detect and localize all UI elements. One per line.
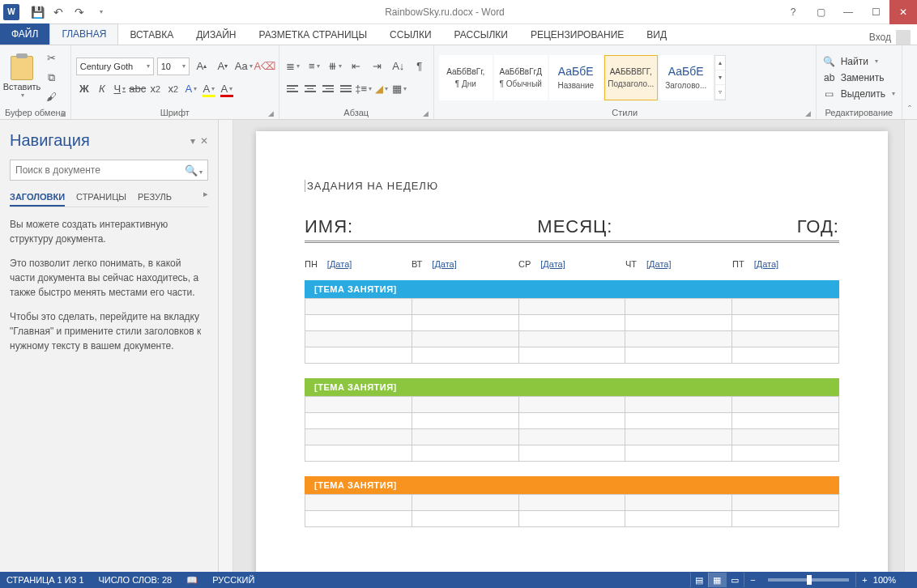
select-button[interactable]: ▭Выделить▾ bbox=[821, 87, 897, 100]
strike-button[interactable]: abc bbox=[130, 80, 146, 98]
grow-font-icon[interactable]: A▴ bbox=[193, 58, 211, 75]
increase-indent-icon[interactable]: ⇥ bbox=[369, 58, 386, 75]
numbering-icon[interactable]: ≡▾ bbox=[305, 58, 323, 75]
change-case-icon[interactable]: Aa▾ bbox=[235, 58, 253, 75]
style-item-3[interactable]: ААББВВГГ,Подзаголо... bbox=[604, 55, 658, 100]
tab-references[interactable]: ССЫЛКИ bbox=[378, 25, 442, 45]
launcher-icon[interactable]: ◢ bbox=[423, 109, 429, 117]
sb-language[interactable]: РУССКИЙ bbox=[212, 575, 254, 585]
underline-button[interactable]: Ч▾ bbox=[112, 80, 128, 98]
tab-layout[interactable]: РАЗМЕТКА СТРАНИЦЫ bbox=[248, 25, 379, 45]
find-button[interactable]: 🔍Найти▾ bbox=[821, 55, 897, 68]
nav-tab-results[interactable]: РЕЗУЛЬ bbox=[138, 189, 172, 207]
page[interactable]: ЗАДАНИЯ НА НЕДЕЛЮ ИМЯ: МЕСЯЦ: ГОД: ПН[Да… bbox=[256, 131, 888, 572]
style-item-0[interactable]: АаБбВвГг,¶ Дни bbox=[439, 55, 493, 100]
italic-button[interactable]: К bbox=[94, 80, 110, 98]
nav-tab-pages[interactable]: СТРАНИЦЫ bbox=[76, 189, 126, 207]
style-item-2[interactable]: АаБбЕНазвание bbox=[549, 55, 603, 100]
nav-tabs-more-icon[interactable]: ▸ bbox=[203, 189, 208, 207]
zoom-value[interactable]: 100% bbox=[873, 575, 896, 585]
document-scroll[interactable]: ЗАДАНИЯ НА НЕДЕЛЮ ИМЯ: МЕСЯЦ: ГОД: ПН[Да… bbox=[233, 120, 904, 572]
decrease-indent-icon[interactable]: ⇤ bbox=[348, 58, 365, 75]
schedule-grid-3[interactable] bbox=[305, 494, 839, 527]
title-bar: W 💾 ↶ ↷ ▾ RainbowSky.ru.docx - Word ? ▢ … bbox=[0, 0, 917, 24]
zoom-out-icon[interactable]: − bbox=[744, 573, 761, 587]
replace-button[interactable]: abЗаменить bbox=[821, 71, 897, 84]
view-read-icon[interactable]: ▤ bbox=[690, 573, 708, 587]
nav-search-input[interactable] bbox=[15, 164, 185, 176]
format-painter-icon[interactable]: 🖌 bbox=[42, 90, 60, 104]
multilevel-icon[interactable]: ⧻▾ bbox=[326, 58, 344, 75]
vertical-scrollbar[interactable] bbox=[904, 120, 917, 572]
collapse-ribbon-icon[interactable]: ˆ bbox=[902, 45, 917, 119]
shrink-font-icon[interactable]: A▾ bbox=[214, 58, 232, 75]
nav-search[interactable]: 🔍▾ bbox=[10, 160, 208, 181]
align-center-icon[interactable] bbox=[302, 80, 318, 98]
sb-page[interactable]: СТРАНИЦА 1 ИЗ 1 bbox=[6, 575, 84, 585]
view-web-icon[interactable]: ▭ bbox=[726, 573, 744, 587]
launcher-icon[interactable]: ◢ bbox=[805, 109, 811, 117]
show-marks-icon[interactable]: ¶ bbox=[411, 58, 429, 75]
window-title: RainbowSky.ru.docx - Word bbox=[110, 6, 779, 18]
bullets-icon[interactable]: ≣▾ bbox=[284, 58, 302, 75]
vertical-ruler[interactable] bbox=[219, 120, 233, 572]
font-name-combo[interactable]: Century Goth▾ bbox=[76, 58, 154, 75]
sb-proof-icon[interactable]: 📖 bbox=[186, 575, 198, 586]
subscript-button[interactable]: x2 bbox=[147, 80, 164, 98]
nav-tab-headings[interactable]: ЗАГОЛОВКИ bbox=[10, 189, 65, 207]
font-size-combo[interactable]: 10▾ bbox=[157, 58, 190, 75]
style-item-4[interactable]: АаБбЕЗаголово... bbox=[659, 55, 713, 100]
account-login[interactable]: Вход bbox=[869, 30, 917, 45]
ribbon-display-icon[interactable]: ▢ bbox=[807, 0, 834, 24]
view-print-icon[interactable]: ▦ bbox=[708, 573, 726, 587]
undo-icon[interactable]: ↶ bbox=[49, 2, 68, 22]
styles-scroll[interactable]: ▴▾▿ bbox=[714, 55, 726, 100]
expand-gallery-icon[interactable]: ▿ bbox=[715, 85, 725, 100]
style-item-1[interactable]: АаБбВвГгД¶ Обычный bbox=[494, 55, 548, 100]
borders-icon[interactable]: ▦▾ bbox=[391, 80, 407, 98]
schedule-grid-1[interactable] bbox=[305, 298, 839, 364]
clear-formatting-icon[interactable]: A⌫ bbox=[256, 58, 274, 75]
line-spacing-icon[interactable]: ‡≡▾ bbox=[356, 80, 372, 98]
text-effects-icon[interactable]: A▾ bbox=[183, 80, 199, 98]
justify-icon[interactable] bbox=[338, 80, 354, 98]
highlight-icon[interactable]: A▾ bbox=[201, 80, 217, 98]
tab-mailings[interactable]: РАССЫЛКИ bbox=[443, 25, 519, 45]
minimize-icon[interactable]: — bbox=[834, 0, 862, 24]
font-color-icon[interactable]: A▾ bbox=[219, 80, 235, 98]
tab-insert[interactable]: ВСТАВКА bbox=[118, 25, 185, 45]
shading-icon[interactable]: ◢▾ bbox=[373, 80, 390, 98]
help-icon[interactable]: ? bbox=[779, 0, 807, 24]
maximize-icon[interactable]: ☐ bbox=[862, 0, 889, 24]
doc-heading: ЗАДАНИЯ НА НЕДЕЛЮ bbox=[305, 180, 839, 192]
bold-button[interactable]: Ж bbox=[76, 80, 92, 98]
tab-review[interactable]: РЕЦЕНЗИРОВАНИЕ bbox=[519, 25, 635, 45]
chevron-down-icon[interactable]: ▾ bbox=[715, 70, 725, 85]
tab-file[interactable]: ФАЙЛ bbox=[0, 23, 49, 45]
navpane-close-icon[interactable]: ✕ bbox=[200, 135, 208, 147]
qat-customize-icon[interactable]: ▾ bbox=[91, 2, 110, 22]
chevron-up-icon[interactable]: ▴ bbox=[715, 56, 725, 70]
tab-view[interactable]: ВИД bbox=[635, 25, 678, 45]
zoom-in-icon[interactable]: + bbox=[855, 573, 873, 587]
align-right-icon[interactable] bbox=[320, 80, 336, 98]
zoom-slider[interactable] bbox=[768, 578, 849, 582]
superscript-button[interactable]: x2 bbox=[165, 80, 181, 98]
sb-words[interactable]: ЧИСЛО СЛОВ: 28 bbox=[99, 575, 173, 585]
align-left-icon[interactable] bbox=[284, 80, 301, 98]
cut-icon[interactable]: ✂ bbox=[42, 51, 60, 66]
sort-icon[interactable]: A↓ bbox=[390, 58, 407, 75]
schedule-grid-2[interactable] bbox=[305, 396, 839, 462]
search-icon[interactable]: 🔍▾ bbox=[185, 164, 203, 177]
launcher-icon[interactable]: ◢ bbox=[60, 109, 66, 117]
group-editing-label: Редактирование bbox=[825, 108, 893, 117]
close-icon[interactable]: ✕ bbox=[889, 0, 917, 24]
copy-icon[interactable]: ⧉ bbox=[42, 70, 60, 85]
save-icon[interactable]: 💾 bbox=[28, 2, 47, 22]
paste-button[interactable]: Вставить ▾ bbox=[5, 53, 39, 102]
launcher-icon[interactable]: ◢ bbox=[268, 109, 274, 117]
redo-icon[interactable]: ↷ bbox=[70, 2, 89, 22]
tab-design[interactable]: ДИЗАЙН bbox=[185, 25, 247, 45]
navpane-menu-icon[interactable]: ▾ bbox=[190, 135, 195, 147]
tab-home[interactable]: ГЛАВНАЯ bbox=[49, 23, 118, 45]
